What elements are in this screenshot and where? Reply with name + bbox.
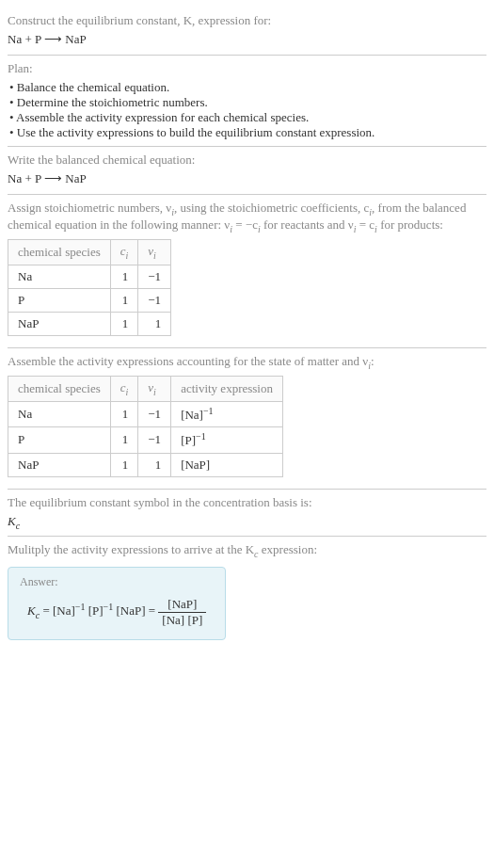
activity-table: chemical species ci νi activity expressi… [8,376,283,476]
input-equation: Na + P ⟶ NaP [8,32,486,47]
stoich-text-7: for products: [377,217,443,232]
answer-eq2: = [146,603,159,618]
multiply-desc: Mulitply the activity expressions to arr… [8,542,486,559]
symbol-sub: c [16,520,20,530]
plan-bullet-4: • Use the activity expressions to build … [9,125,486,140]
balanced-title: Write the balanced chemical equation: [8,153,486,168]
plan-section: Plan: • Balance the chemical equation. •… [8,56,486,147]
table-row: P 1 −1 [8,288,171,312]
stoich-desc: Assign stoichiometric numbers, νi, using… [8,201,486,233]
balanced-equation: Na + P ⟶ NaP [8,171,486,186]
th-nui: νi [138,240,171,265]
sub-i: i [126,250,129,261]
cell-species: NaP [8,312,111,335]
answer-box: Answer: Kc = [Na]−1 [P]−1 [NaP] = [NaP][… [8,567,226,640]
table-row: P 1 −1 [P]−1 [8,427,283,453]
table-header-row: chemical species ci νi [8,240,171,265]
cell-activity: [Na]−1 [171,401,283,426]
answer-exp-2: −1 [104,602,114,612]
answer-eq1: = [40,603,53,618]
plan-bullet-2: • Determine the stoichiometric numbers. [9,95,486,110]
cell-nui: −1 [138,288,171,312]
stoich-text-2: , using the stoichiometric coefficients,… [174,201,369,215]
answer-term-1: [Na] [53,603,75,618]
answer-term-3: [NaP] [116,603,145,618]
table-row: NaP 1 1 [NaP] [8,453,283,476]
cell-activity: [P]−1 [171,427,283,453]
symbol-section: The equilibrium constant symbol in the c… [8,490,486,538]
th-ci: ci [110,377,138,402]
cell-nui: −1 [138,401,171,426]
activity-text-2: : [371,354,374,368]
answer-k: K [27,603,36,618]
plan-bullet-1: • Balance the chemical equation. [9,80,486,95]
table-row: Na 1 −1 [Na]−1 [8,401,283,426]
table-row: Na 1 −1 [8,265,171,288]
cell-species: P [8,427,111,453]
plan-bullet-3: • Assemble the activity expression for e… [9,110,486,125]
fraction-numerator: [NaP] [158,597,206,613]
cell-ci: 1 [110,265,138,288]
sub-i: i [153,387,156,397]
stoich-table: chemical species ci νi Na 1 −1 P 1 −1 Na… [8,239,171,336]
stoich-section: Assign stoichiometric numbers, νi, using… [8,195,486,348]
cell-nui: 1 [138,312,171,335]
answer-term-2: [P] [88,603,104,618]
answer-label: Answer: [20,575,214,589]
plan-title: Plan: [8,61,486,76]
answer-expression: Kc = [Na]−1 [P]−1 [NaP] = [NaP][Na] [P] [20,593,214,632]
activity-exp: −1 [203,406,214,416]
th-species: chemical species [8,377,111,402]
fraction-denominator: [Na] [P] [158,613,206,628]
activity-text: Assemble the activity expressions accoun… [8,354,368,368]
cell-species: Na [8,401,111,426]
activity-desc: Assemble the activity expressions accoun… [8,354,486,371]
stoich-text-4: = −c [232,217,258,232]
multiply-section: Mulitply the activity expressions to arr… [8,537,486,646]
th-activity: activity expression [171,377,283,402]
sub-i: i [126,387,129,397]
answer-fraction: [NaP][Na] [P] [158,597,206,628]
th-nui: νi [138,377,171,402]
stoich-text-6: = c [356,217,374,232]
activity-base: [Na] [181,408,203,422]
multiply-text-1: Mulitply the activity expressions to arr… [8,542,254,556]
prompt-section: Construct the equilibrium constant, K, e… [8,8,486,56]
cell-nui: −1 [138,265,171,288]
cell-species: Na [8,265,111,288]
symbol-value: Kc [8,514,486,531]
th-ci: ci [110,240,138,265]
multiply-text-2: expression: [259,542,317,556]
cell-ci: 1 [110,401,138,426]
cell-activity: [NaP] [171,453,283,476]
table-row: NaP 1 1 [8,312,171,335]
stoich-text-1: Assign stoichiometric numbers, ν [8,201,171,215]
th-species: chemical species [8,240,111,265]
answer-exp-1: −1 [75,602,86,612]
cell-ci: 1 [110,453,138,476]
cell-ci: 1 [110,427,138,453]
table-header-row: chemical species ci νi activity expressi… [8,377,283,402]
cell-species: P [8,288,111,312]
activity-base: [P] [181,434,196,448]
construct-prompt: Construct the equilibrium constant, K, e… [8,13,486,28]
balanced-section: Write the balanced chemical equation: Na… [8,147,486,195]
construct-text: Construct the equilibrium constant, K, e… [8,13,271,27]
symbol-k: K [8,514,16,528]
cell-nui: 1 [138,453,171,476]
cell-species: NaP [8,453,111,476]
activity-exp: −1 [196,431,206,442]
activity-section: Assemble the activity expressions accoun… [8,348,486,490]
cell-ci: 1 [110,312,138,335]
stoich-text-5: for reactants and ν [261,217,354,232]
cell-nui: −1 [138,427,171,453]
symbol-desc: The equilibrium constant symbol in the c… [8,495,486,510]
sub-i: i [153,250,156,261]
cell-ci: 1 [110,288,138,312]
